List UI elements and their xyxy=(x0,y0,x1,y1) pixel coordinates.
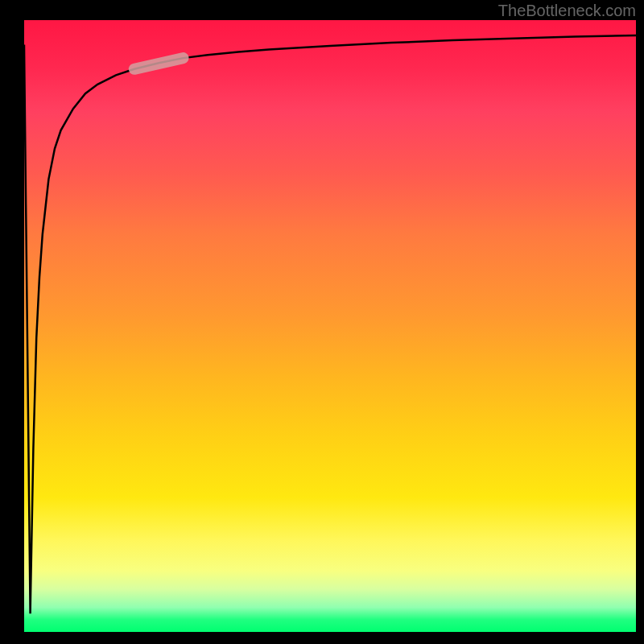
highlight-segment xyxy=(24,20,636,632)
chart-area xyxy=(24,20,636,632)
watermark-text: TheBottleneck.com xyxy=(498,2,636,20)
